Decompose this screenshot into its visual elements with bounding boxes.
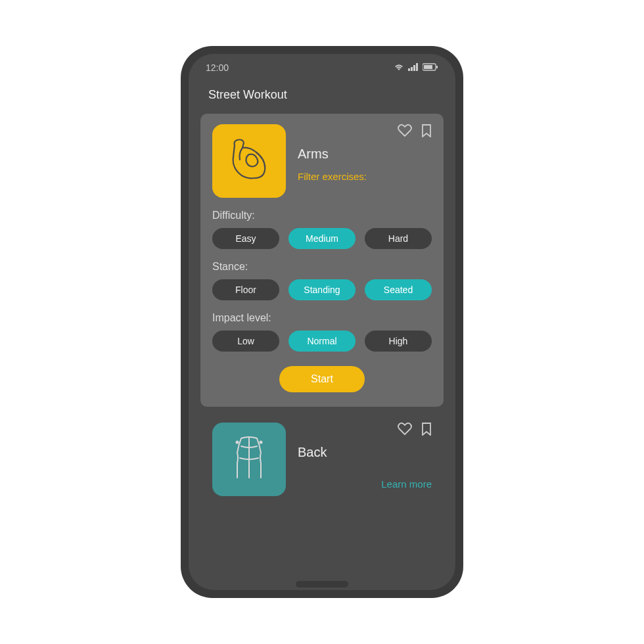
svg-rect-1 [411, 67, 413, 71]
bicep-icon [223, 133, 275, 189]
screen: 12:00 Street Workout [189, 54, 455, 590]
card-header-right-back: Back Learn more [298, 423, 432, 496]
stance-label: Stance: [212, 261, 432, 273]
svg-rect-6 [436, 66, 438, 68]
card-header-back: Back Learn more [212, 423, 432, 496]
difficulty-label: Difficulty: [212, 210, 432, 221]
card-header-right: Arms Filter exercises: [298, 124, 432, 198]
start-button[interactable]: Start [279, 366, 365, 392]
chip-difficulty-easy[interactable]: Easy [212, 228, 279, 249]
arms-thumbnail[interactable] [212, 124, 286, 198]
wifi-icon [394, 62, 404, 73]
chip-stance-seated[interactable]: Seated [365, 279, 432, 300]
back-thumbnail[interactable] [212, 423, 286, 496]
chip-impact-low[interactable]: Low [212, 331, 279, 352]
heart-icon[interactable] [398, 423, 412, 438]
card-arms: Arms Filter exercises: Difficulty: Easy … [200, 114, 444, 407]
chip-stance-floor[interactable]: Floor [212, 279, 279, 300]
impact-chips: Low Normal High [212, 331, 432, 352]
svg-rect-5 [424, 65, 432, 69]
status-bar: 12:00 [189, 54, 455, 81]
difficulty-chips: Easy Medium Hard [212, 228, 432, 249]
impact-label: Impact level: [212, 312, 432, 324]
filter-label: Filter exercises: [298, 171, 432, 182]
card-actions-back [298, 423, 432, 438]
page-title: Street Workout [189, 81, 455, 114]
status-time: 12:00 [206, 62, 229, 73]
bookmark-icon[interactable] [421, 423, 432, 438]
status-icons [394, 62, 438, 73]
svg-point-8 [260, 441, 263, 444]
card-title-back: Back [298, 445, 432, 460]
svg-rect-2 [413, 65, 415, 71]
card-header: Arms Filter exercises: [212, 124, 432, 198]
stance-chips: Floor Standing Seated [212, 279, 432, 300]
card-actions [298, 124, 432, 140]
chip-stance-standing[interactable]: Standing [288, 279, 356, 300]
card-title-arms: Arms [298, 147, 432, 162]
svg-rect-0 [408, 68, 410, 71]
heart-icon[interactable] [398, 124, 412, 140]
card-back: Back Learn more [200, 417, 444, 496]
chip-difficulty-medium[interactable]: Medium [288, 228, 356, 249]
chip-impact-normal[interactable]: Normal [288, 331, 356, 352]
bookmark-icon[interactable] [421, 124, 432, 140]
chip-difficulty-hard[interactable]: Hard [365, 228, 432, 249]
content: Arms Filter exercises: Difficulty: Easy … [189, 114, 455, 496]
svg-point-7 [236, 441, 239, 444]
chip-impact-high[interactable]: High [365, 331, 432, 352]
signal-icon [408, 62, 419, 73]
phone-frame: 12:00 Street Workout [181, 46, 463, 598]
learn-more-link[interactable]: Learn more [298, 478, 432, 490]
svg-rect-3 [416, 63, 418, 71]
home-indicator[interactable] [296, 581, 348, 587]
battery-icon [423, 62, 438, 73]
torso-back-icon [223, 432, 275, 487]
